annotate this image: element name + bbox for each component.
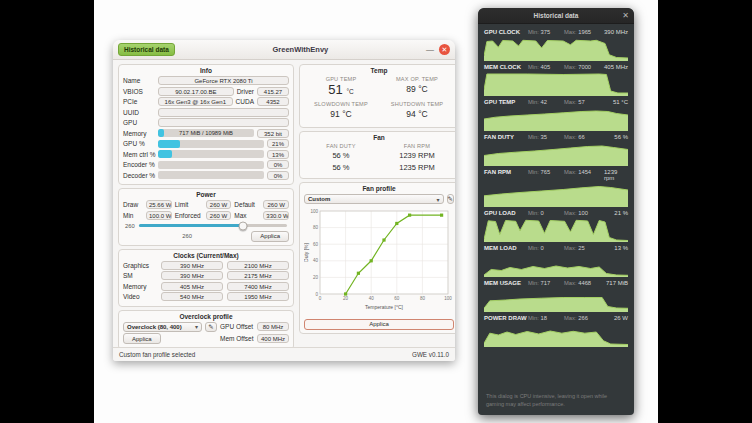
temp-section-title: Temp xyxy=(304,67,454,74)
fan-duty-label: FAN DUTY xyxy=(304,143,378,149)
svg-text:60: 60 xyxy=(394,296,400,301)
gpu-util-bar xyxy=(158,140,264,148)
metric-current-value: 1239 rpm xyxy=(604,169,628,181)
metric-name: MEM LOAD xyxy=(484,245,528,251)
max-op-temp-value: 89 °C xyxy=(380,82,454,97)
gpu-util-value: 21% xyxy=(267,139,289,148)
history-row-header: FAN DUTYMin: 35Max: 6656 % xyxy=(484,134,628,140)
screen: Historical data GreenWithEnvy — ✕ Info N… xyxy=(0,0,752,423)
fan-row-1: 56 % 1239 RPM xyxy=(304,151,454,161)
overclock-section: Overclock profile Overclock (80, 400) ▾ … xyxy=(118,310,294,348)
edit-fan-profile-icon[interactable]: ✎ xyxy=(447,194,454,204)
memory-usage-bar: 717 MiB / 10989 MiB xyxy=(158,129,254,137)
right-column: Temp GPU TEMP 51 °C MAX OP. TEMP 89 °C xyxy=(299,64,455,343)
clock-row-sm: SM 390 MHz 2175 MHz xyxy=(123,271,289,280)
vbios-label: VBIOS xyxy=(123,88,155,95)
metric-current-value: 717 MiB xyxy=(606,280,628,286)
main-titlebar[interactable]: Historical data GreenWithEnvy — ✕ xyxy=(113,40,455,60)
history-area-chart xyxy=(484,36,628,61)
sm-clock-max: 2175 MHz xyxy=(227,271,289,280)
window-title: GreenWithEnvy xyxy=(179,45,422,54)
cuda-value: 4352 xyxy=(257,97,289,106)
power-limit-slider[interactable] xyxy=(139,224,287,227)
encoder-label: Encoder % xyxy=(123,161,155,168)
clock-row-video: Video 540 MHz 1950 MHz xyxy=(123,292,289,301)
fan-profile-section-title: Fan profile xyxy=(304,185,454,192)
history-row-header: MEM USAGEMin: 717Max: 4468717 MiB xyxy=(484,280,628,286)
overclock-profile-select[interactable]: Overclock (80, 400) ▾ xyxy=(123,322,202,332)
metric-min: Min: 35 xyxy=(528,134,564,140)
fan-section: Fan FAN DUTY FAN RPM 56 % 1239 RPM 56 % … xyxy=(299,131,455,179)
info-row-gpu-util: GPU % 21% xyxy=(123,139,289,148)
gpu-offset-label: GPU Offset xyxy=(220,323,254,330)
memory-label: Memory xyxy=(123,130,155,137)
mem-ctrl-bar xyxy=(158,150,264,158)
history-row-mem-clock: MEM CLOCKMin: 405Max: 7000405 MHz xyxy=(484,64,628,96)
metric-name: MEM USAGE xyxy=(484,280,528,286)
metric-min: Min: 0 xyxy=(528,245,564,251)
history-row-header: GPU CLOCKMin: 375Max: 1965390 MHz xyxy=(484,29,628,35)
fan-profile-apply-button[interactable]: Applica xyxy=(304,319,454,330)
historical-titlebar[interactable]: Historical data ✕ xyxy=(478,8,634,24)
history-row-header: MEM LOADMin: 0Max: 2513 % xyxy=(484,245,628,251)
overclock-apply-button[interactable]: Applica xyxy=(123,333,161,344)
svg-text:Temperature [°C]: Temperature [°C] xyxy=(365,304,403,310)
fan-profile-section: Fan profile Custom ▾ ✎ 00202040406060808… xyxy=(299,182,455,334)
info-row-uuid: UUID xyxy=(123,108,289,117)
clock-row-graphics: Graphics 390 MHz 2100 MHz xyxy=(123,261,289,270)
overclock-row-2: Applica Mem Offset 400 MHz xyxy=(123,333,289,344)
metric-min: Min: 405 xyxy=(528,64,564,70)
metric-min: Min: 765 xyxy=(528,169,564,175)
metric-name: FAN DUTY xyxy=(484,134,528,140)
power-slider-current-label: 260 xyxy=(123,233,251,239)
gpu-value xyxy=(158,118,289,127)
graphics-clock-max: 2100 MHz xyxy=(227,261,289,270)
slowdown-temp-cell: SLOWDOWN TEMP 91 °C xyxy=(304,101,378,122)
power-enforced-value: 260 W xyxy=(206,211,232,220)
shutdown-temp-cell: SHUTDOWN TEMP 94 °C xyxy=(380,101,454,122)
power-min-value: 100.0 W xyxy=(146,211,172,220)
history-area-chart xyxy=(484,287,628,312)
info-row-memory: Memory 717 MiB / 10989 MiB 352 bit xyxy=(123,129,289,138)
close-icon[interactable]: ✕ xyxy=(439,44,450,55)
memory-interface-value: 352 bit xyxy=(257,129,289,138)
graphics-clock-label: Graphics xyxy=(123,262,157,269)
power-limit-slider-row: 260 xyxy=(125,223,287,229)
power-apply-button[interactable]: Applica xyxy=(251,231,289,242)
history-row-header: GPU TEMPMin: 42Max: 5751 °C xyxy=(484,99,628,105)
slowdown-temp-value: 91 °C xyxy=(304,107,378,122)
metric-max: Max: 25 xyxy=(564,245,604,251)
metric-current-value: 405 MHz xyxy=(604,64,628,70)
uuid-value xyxy=(158,108,289,117)
history-row-header: FAN RPMMin: 765Max: 14541239 rpm xyxy=(484,169,628,181)
metric-current-value: 51 °C xyxy=(613,99,628,105)
metric-current-value: 390 MHz xyxy=(604,29,628,35)
history-area-chart xyxy=(484,217,628,242)
historical-close-icon[interactable]: ✕ xyxy=(622,11,629,20)
info-row-vbios: VBIOS 90.02.17.00.BE Driver 415.27 xyxy=(123,87,289,96)
svg-text:20: 20 xyxy=(313,275,319,280)
historical-body: GPU CLOCKMin: 375Max: 1965390 MHzMEM CLO… xyxy=(478,24,634,391)
power-enforced-label: Enforced xyxy=(175,212,203,219)
power-section: Power Draw 25.66 W Limit 260 W Default 2… xyxy=(118,188,294,246)
gpu-temp-cell: GPU TEMP 51 °C xyxy=(304,76,378,99)
memory-usage-text: 717 MiB / 10989 MiB xyxy=(158,129,254,137)
fan-profile-select-row: Custom ▾ ✎ xyxy=(304,194,454,204)
power-apply-row: 260 Applica xyxy=(123,231,289,242)
info-row-decoder: Decoder % 0% xyxy=(123,171,289,180)
metric-min: Min: 0 xyxy=(528,210,564,216)
decoder-bar xyxy=(158,171,264,179)
historical-data-button[interactable]: Historical data xyxy=(118,43,175,56)
minimize-icon[interactable]: — xyxy=(426,46,434,54)
fan-profile-select[interactable]: Custom ▾ xyxy=(304,194,444,204)
svg-text:40: 40 xyxy=(313,258,319,263)
metric-max: Max: 1965 xyxy=(564,29,604,35)
metric-max: Max: 57 xyxy=(564,99,604,105)
metric-name: GPU CLOCK xyxy=(484,29,528,35)
info-row-name: Name GeForce RTX 2080 Ti xyxy=(123,76,289,85)
edit-overclock-profile-icon[interactable]: ✎ xyxy=(205,322,217,332)
gpu-offset-value: 80 MHz xyxy=(257,322,289,331)
power-slider-handle[interactable] xyxy=(238,221,247,230)
fan-row-2: 56 % 1235 RPM xyxy=(304,163,454,173)
power-row-2: Min 100.0 W Enforced 260 W Max 330.0 W xyxy=(123,211,289,220)
